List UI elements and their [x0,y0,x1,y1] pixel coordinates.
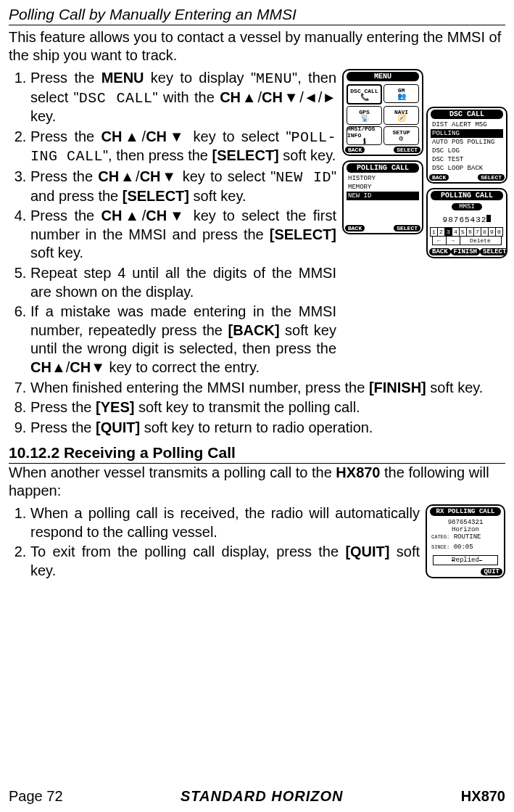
model-name: HX870 [461,788,505,805]
dsc-item[interactable]: POLLING [431,129,503,138]
rx-screen: RX POLLING CALL 987654321 Horizon CATEG:… [426,504,505,578]
dsc-item[interactable]: DSC LOOP BACK [431,164,503,173]
menu-cell[interactable]: SETUP⚙ [384,126,419,145]
menu-title: MENU [347,72,419,81]
steps-list-a: Press the MENU key to display "MENU", th… [9,69,336,377]
step-item: Press the CH▲/CH▼ key to select "POLL-IN… [30,128,336,166]
dsc-back[interactable]: BACK [429,174,449,181]
mmsi-subtitle: MMSI [452,203,482,210]
dsc-item[interactable]: DIST ALERT MSG [431,120,503,129]
subsection-intro: When another vessel transmits a polling … [9,464,505,500]
step-item: Press the CH▲/CH▼ key to select "NEW ID"… [30,168,336,205]
dsc-item[interactable]: DSC TEST [431,155,503,164]
dsc-item[interactable]: DSC LOG [431,147,503,155]
mmsi-screen: POLLING CALL MMSI 98765432 1234567890 ← … [426,188,507,258]
mmsi-value: 98765432 [431,213,503,227]
mmsi-title: POLLING CALL [431,191,503,200]
dsc-select[interactable]: SELECT [478,174,505,181]
section-title: Polling Call by Manually Entering an MMS… [9,6,505,25]
menu-screen: MENU DSC CALL📞GM👥GPS📡NAVI🧭MMSI/POS INFOℹ… [342,69,423,156]
page-number: Page 72 [9,788,63,805]
step-item: Press the MENU key to display "MENU", th… [30,69,336,126]
polling-item[interactable]: MEMORY [347,183,419,192]
intro-text: This feature allows you to contact a ves… [9,28,505,65]
rx-since: 00:05 [454,544,473,551]
polling-back[interactable]: BACK [345,225,365,231]
mmsi-select[interactable]: SELECT [480,248,507,255]
rx-categ-label: CATEG: [431,534,449,540]
step-item: Press the [QUIT] soft key to return to r… [30,419,505,438]
delete-button[interactable]: Delete [460,236,502,245]
step-item: Press the [YES] soft key to transmit the… [30,398,505,417]
step-item: Repeat step 4 until all the digits of th… [30,264,336,301]
menu-select[interactable]: SELECT [394,147,420,153]
steps-list-c: When a polling call is received, the rad… [9,504,420,580]
step-item: When finished entering the MMSI number, … [30,379,505,398]
rx-quit[interactable]: QUIT [481,568,502,575]
rx-name: Horizon [431,526,500,533]
menu-cell[interactable]: GM👥 [384,84,419,103]
subsection-title: 10.12.2 Receiving a Polling Call [9,444,505,464]
step-item: Press the CH▲/CH▼ key to select the firs… [30,207,336,263]
menu-cell[interactable]: NAVI🧭 [384,106,419,125]
polling-item[interactable]: HISTORY [347,174,419,183]
dsc-screen: DSC CALL DIST ALERT MSGPOLLINGAUTO POS P… [426,107,507,184]
rx-since-label: SINCE: [431,544,449,550]
arrow-right[interactable]: → [446,236,460,245]
polling-screen: POLLING CALL HISTORYMEMORYNEW ID BACK SE… [342,160,423,234]
dsc-item[interactable]: AUTO POS POLLING [431,138,503,147]
polling-title: POLLING CALL [347,163,419,173]
rx-title: RX POLLING CALL [430,507,501,516]
mmsi-back[interactable]: BACK [429,248,451,255]
menu-cell[interactable]: MMSI/POS INFOℹ [347,126,382,145]
brand-logo: STANDARD HORIZON [181,788,344,805]
rx-replied: Replied [433,555,498,565]
menu-cell[interactable]: DSC CALL📞 [347,84,382,104]
mmsi-finish[interactable]: FINISH [451,248,480,255]
menu-cell[interactable]: GPS📡 [347,106,382,125]
arrow-left[interactable]: ← [432,236,447,245]
step-item: If a mistake was made entering in the MM… [30,303,336,377]
polling-select[interactable]: SELECT [394,225,420,231]
rx-categ: ROUTINE [454,533,481,541]
steps-list-b: When finished entering the MMSI number, … [9,379,505,438]
polling-item[interactable]: NEW ID [347,192,419,200]
menu-back[interactable]: BACK [345,147,365,153]
rx-mmsi: 987654321 [431,519,500,526]
step-item: When a polling call is received, the rad… [30,504,420,541]
step-item: To exit from the polling call display, p… [30,543,420,580]
dsc-title: DSC CALL [431,110,503,119]
